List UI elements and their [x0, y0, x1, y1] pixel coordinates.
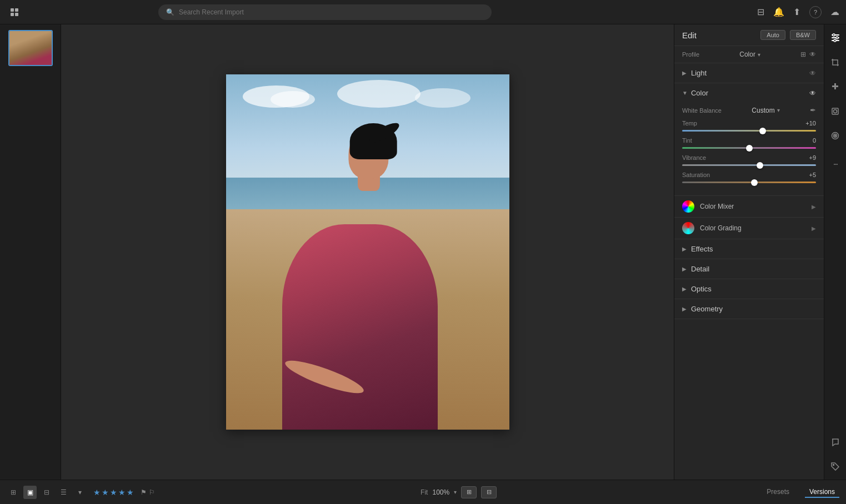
cloud-icon[interactable]: ☁ [830, 7, 839, 17]
edit-title: Edit [682, 31, 697, 40]
bottom-center: Fit 100% ▾ ⊞ ⊟ [162, 486, 755, 498]
photo-container [226, 74, 509, 430]
filmstrip-thumb-image [9, 31, 52, 65]
color-grading-chevron-icon: ▶ [812, 225, 816, 231]
color-chevron-icon: ▼ [682, 90, 688, 96]
detail-chevron-icon: ▶ [682, 266, 687, 272]
canvas-area [61, 24, 674, 480]
light-section-left: ▶ Light [682, 69, 707, 77]
svg-point-8 [836, 37, 838, 39]
filter-icon[interactable]: ⊟ [757, 7, 764, 17]
temp-slider-thumb[interactable] [759, 128, 766, 134]
target-icon[interactable] [827, 127, 844, 144]
profile-value: Color [739, 51, 755, 58]
tint-label: Tint [682, 137, 692, 144]
tag-icon[interactable] [827, 457, 844, 475]
tint-label-row: Tint 0 [682, 137, 816, 144]
filmstrip [0, 24, 61, 480]
chat-icon[interactable] [827, 433, 844, 451]
reject-icon[interactable]: ⚐ [149, 488, 155, 496]
temp-slider-row: Temp +10 [682, 120, 816, 132]
crop-icon[interactable] [827, 53, 844, 71]
saturation-slider-thumb[interactable] [751, 179, 758, 186]
panel-settings-icon[interactable] [827, 29, 844, 47]
single-view-btn[interactable]: ▣ [23, 486, 37, 499]
bottom-left: ⊞ ▣ ⊟ ☰ ▾ [7, 486, 87, 499]
detail-section-header[interactable]: ▶ Detail [674, 259, 824, 279]
healing-icon[interactable] [827, 78, 844, 95]
light-section-header[interactable]: ▶ Light 👁 [674, 63, 824, 83]
color-section-header[interactable]: ▼ Color 👁 [674, 83, 824, 103]
flag-icon[interactable]: ⚑ [141, 488, 147, 496]
compare-view-btn[interactable]: ⊟ [40, 486, 53, 499]
svg-rect-1 [15, 8, 18, 12]
color-grading-row[interactable]: Color Grading ▶ [674, 217, 824, 239]
eyedropper-icon[interactable]: ✒ [810, 106, 816, 114]
color-mixer-left: Color Mixer [682, 200, 734, 213]
star-4[interactable]: ★ [118, 488, 126, 497]
wb-value-row[interactable]: Custom ▾ [752, 107, 779, 114]
sort-btn[interactable]: ☰ [57, 486, 70, 499]
tint-slider-track[interactable] [682, 147, 816, 149]
star-1[interactable]: ★ [93, 488, 101, 497]
star-5[interactable]: ★ [127, 488, 134, 497]
vibrance-slider-thumb[interactable] [757, 162, 763, 169]
presets-btn[interactable]: Presets [762, 487, 794, 498]
grid-view-btn[interactable]: ⊞ [7, 486, 20, 499]
auto-button[interactable]: Auto [760, 30, 785, 40]
color-grading-icon [682, 222, 694, 234]
grid-icon[interactable]: ⊞ [800, 51, 806, 58]
geometry-section-label: Geometry [691, 305, 723, 313]
photo-image [226, 74, 509, 430]
svg-point-11 [834, 109, 837, 113]
optics-section-label: Optics [691, 285, 712, 293]
saturation-slider-track[interactable] [682, 182, 816, 183]
single-photo-btn[interactable]: ⊞ [461, 486, 477, 498]
help-icon[interactable]: ? [809, 6, 822, 18]
temp-value: +10 [805, 120, 816, 127]
saturation-slider-row: Saturation +5 [682, 172, 816, 183]
top-bar: 🔍 ⊟ 🔔 ⬆ ? ☁ [0, 0, 846, 24]
star-3[interactable]: ★ [110, 488, 117, 497]
filmstrip-thumb[interactable] [8, 30, 53, 66]
geometry-section-header[interactable]: ▶ Geometry [674, 299, 824, 319]
optics-chevron-icon: ▶ [682, 286, 687, 292]
star-2[interactable]: ★ [102, 488, 109, 497]
zoom-value[interactable]: 100% [432, 488, 449, 496]
versions-btn[interactable]: Versions [805, 487, 839, 498]
profile-value-row[interactable]: Color ▾ [739, 51, 760, 58]
svg-point-9 [834, 39, 836, 42]
geometry-chevron-icon: ▶ [682, 306, 687, 312]
temp-slider-track[interactable] [682, 130, 816, 132]
tint-slider-thumb[interactable] [746, 145, 753, 152]
effects-chevron-icon: ▶ [682, 246, 687, 252]
color-grading-label: Color Grading [700, 224, 742, 232]
color-section-content: White Balance Custom ▾ ✒ Temp +10 [674, 103, 824, 195]
grid-view-icon[interactable] [7, 4, 22, 20]
share-icon[interactable]: ⬆ [793, 7, 800, 17]
search-input[interactable] [179, 8, 484, 16]
search-bar[interactable]: 🔍 [158, 4, 492, 20]
light-eye-icon[interactable]: 👁 [809, 69, 816, 77]
color-mixer-chevron-icon: ▶ [812, 204, 816, 210]
eye-icon[interactable]: 👁 [809, 51, 816, 58]
color-eye-icon[interactable]: 👁 [809, 89, 816, 97]
vibrance-slider-track[interactable] [682, 164, 816, 166]
effects-section-header[interactable]: ▶ Effects [674, 239, 824, 259]
optics-section-header[interactable]: ▶ Optics [674, 279, 824, 299]
notification-icon[interactable]: 🔔 [773, 7, 784, 17]
wb-chevron-icon: ▾ [777, 107, 780, 113]
svg-point-15 [833, 464, 834, 465]
sort-chevron-icon[interactable]: ▾ [73, 486, 87, 499]
color-mixer-row[interactable]: Color Mixer ▶ [674, 195, 824, 217]
color-mixer-icon [682, 200, 694, 213]
zoom-chevron-icon[interactable]: ▾ [454, 489, 457, 495]
bw-button[interactable]: B&W [790, 30, 816, 40]
vibrance-slider-row: Vibrance +9 [682, 154, 816, 166]
panel-header: Edit Auto B&W [674, 24, 824, 46]
compare-btn[interactable]: ⊟ [481, 486, 497, 498]
more-icon[interactable]: ··· [827, 155, 844, 173]
fit-label: Fit [421, 488, 428, 496]
masking-icon[interactable] [827, 102, 844, 120]
star-rating: ★ ★ ★ ★ ★ [93, 488, 134, 497]
